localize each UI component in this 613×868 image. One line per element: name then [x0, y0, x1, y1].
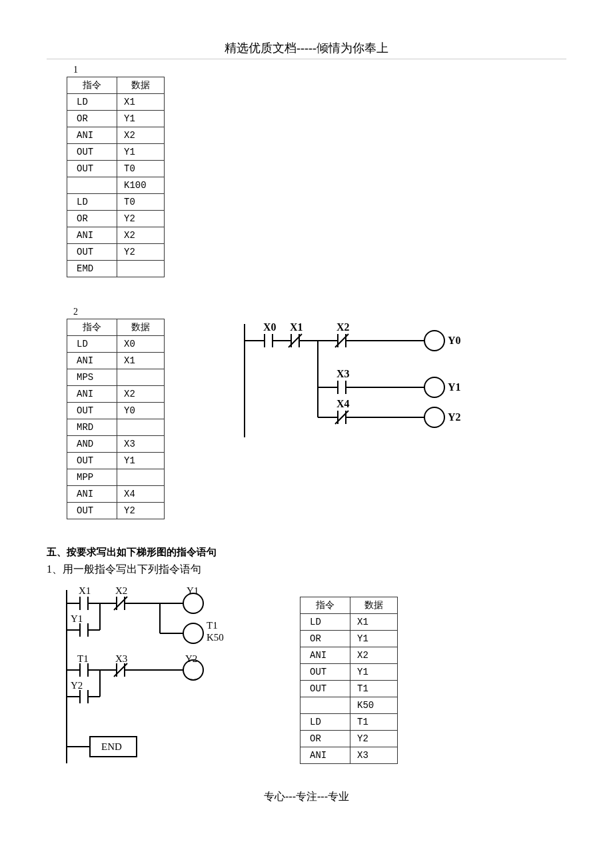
table-cell: OR	[67, 211, 117, 227]
table-cell: ANI	[301, 747, 350, 764]
table-row: ANIX1	[67, 353, 165, 369]
table-cell: X3	[350, 747, 398, 764]
table-cell: Y1	[117, 111, 165, 127]
svg-point-26	[424, 407, 444, 427]
table-cell: Y2	[117, 244, 165, 261]
table-row: ANIX3	[301, 747, 398, 764]
table-cell: AND	[67, 436, 117, 453]
table2-label: 2	[73, 307, 165, 317]
lbl3-x1: X1	[79, 585, 91, 596]
table-cell: Y2	[117, 211, 165, 227]
table-row: OUTY2	[67, 244, 165, 261]
section-5-heading: 五、按要求写出如下梯形图的指令语句	[47, 546, 566, 559]
lbl-x2: X2	[336, 321, 350, 333]
table-cell: Y1	[350, 631, 398, 647]
table-cell: X2	[117, 386, 165, 403]
table-cell: ANI	[67, 353, 117, 369]
lbl3-y1b: Y1	[71, 613, 83, 624]
page-header: 精选优质文档-----倾情为你奉上	[47, 40, 566, 59]
th-data: 数据	[117, 319, 165, 336]
table-row: LDX0	[67, 336, 165, 353]
table-cell: LD	[301, 614, 350, 631]
table-cell: OR	[301, 731, 350, 747]
ladder-diagram-3: X1 X2 Y1 Y1 T1 K50 T1 X3 Y2 Y2 END	[53, 583, 233, 770]
table-cell	[301, 697, 350, 714]
table-cell: X1	[350, 614, 398, 631]
table-cell: MPP	[67, 469, 117, 486]
table-cell: OUT	[67, 503, 117, 519]
table-cell: X1	[117, 94, 165, 111]
table-cell: T1	[350, 714, 398, 731]
table-cell: X1	[117, 353, 165, 369]
table-cell: Y2	[117, 503, 165, 519]
table-cell: K100	[117, 177, 165, 194]
table-row: ORY2	[301, 731, 398, 747]
instruction-table-1: 指令 数据 LDX1ORY1ANIX2OUTY1OUTT0K100LDT0ORY…	[67, 77, 165, 277]
table-row: OUTT0	[67, 161, 165, 177]
table-row: OUTY0	[67, 403, 165, 419]
table-row: EMD	[67, 261, 165, 277]
table-cell: LD	[301, 714, 350, 731]
table-cell: X2	[117, 127, 165, 144]
table-row: ORY1	[67, 111, 165, 127]
lbl3-t1b: T1	[77, 653, 89, 664]
svg-point-39	[183, 623, 203, 643]
section-5-sub1: 1、用一般指令写出下列指令语句	[47, 563, 566, 577]
lbl3-t1: T1	[207, 620, 218, 631]
table-row: LDT1	[301, 714, 398, 731]
table-row: K100	[67, 177, 165, 194]
svg-point-36	[183, 593, 203, 613]
lbl-x1: X1	[290, 321, 303, 333]
table-cell: X0	[117, 336, 165, 353]
table-cell	[117, 469, 165, 486]
table-cell: OUT	[67, 244, 117, 261]
th-instr: 指令	[67, 77, 117, 94]
lbl3-y1: Y1	[187, 585, 199, 596]
lbl3-y2: Y2	[185, 653, 197, 664]
table-cell: X3	[117, 436, 165, 453]
instruction-table-3: 指令 数据 LDX1ORY1ANIX2OUTY1OUTT1K50LDT1ORY2…	[300, 597, 398, 764]
table-cell: Y0	[117, 403, 165, 419]
lbl-x0: X0	[263, 321, 277, 333]
table-row: ORY2	[67, 211, 165, 227]
lbl-x3: X3	[336, 368, 350, 379]
table-cell: LD	[67, 336, 117, 353]
table-cell: LD	[67, 194, 117, 211]
th-data: 数据	[117, 77, 165, 94]
lbl3-y2b: Y2	[71, 680, 83, 691]
th-data: 数据	[350, 597, 398, 614]
table-cell: X2	[117, 227, 165, 244]
svg-point-15	[424, 331, 444, 351]
table-cell: Y1	[117, 453, 165, 469]
table-cell: ANI	[67, 127, 117, 144]
table-cell: MPS	[67, 369, 117, 386]
table-cell	[117, 369, 165, 386]
table-cell: OUT	[67, 144, 117, 161]
lbl-y0: Y0	[448, 335, 461, 346]
table-cell: OUT	[67, 403, 117, 419]
table-cell: T1	[350, 681, 398, 697]
table-cell: ANI	[67, 386, 117, 403]
ladder-diagram-2: X0 X1 X2 Y0 X3 Y1 X4 Y2	[231, 311, 471, 451]
table-cell: OUT	[67, 161, 117, 177]
table-cell: T0	[117, 194, 165, 211]
table-cell: X2	[350, 647, 398, 664]
table-cell: T0	[117, 161, 165, 177]
table-cell: X4	[117, 486, 165, 503]
table-cell: Y1	[350, 664, 398, 681]
lbl3-end: END	[101, 741, 122, 752]
svg-point-20	[424, 377, 444, 397]
table-cell	[117, 261, 165, 277]
table-row: OUTY2	[67, 503, 165, 519]
lbl3-x2: X2	[115, 585, 127, 596]
lbl3-k50: K50	[207, 632, 224, 643]
table-row: ANIX2	[67, 127, 165, 144]
table-row: LDT0	[67, 194, 165, 211]
table-row: ORY1	[301, 631, 398, 647]
table-row: ANIX2	[67, 227, 165, 244]
table-cell	[117, 419, 165, 436]
table-cell: MRD	[67, 419, 117, 436]
table-cell: OR	[67, 111, 117, 127]
lbl-y1: Y1	[448, 381, 461, 393]
table-row: OUTY1	[67, 453, 165, 469]
